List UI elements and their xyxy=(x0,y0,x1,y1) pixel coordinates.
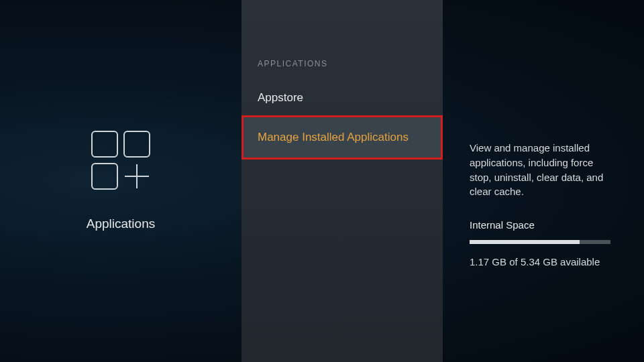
storage-available-text: 1.17 GB of 5.34 GB available xyxy=(470,256,617,267)
left-panel: Applications xyxy=(0,0,241,362)
app-square-icon xyxy=(91,131,118,158)
right-panel: View and manage installed applications, … xyxy=(443,0,644,362)
applications-icon xyxy=(91,131,150,190)
middle-panel: APPLICATIONS Appstore Manage Installed A… xyxy=(241,0,443,362)
menu-item-appstore[interactable]: Appstore xyxy=(241,80,443,115)
storage-progress-bar xyxy=(470,240,610,244)
menu-item-manage-installed-applications[interactable]: Manage Installed Applications xyxy=(241,115,443,160)
app-square-icon xyxy=(91,163,118,190)
item-description: View and manage installed applications, … xyxy=(470,141,617,199)
plus-icon xyxy=(123,163,150,190)
storage-progress-fill xyxy=(470,240,580,244)
app-square-icon xyxy=(123,131,150,158)
page-title: Applications xyxy=(87,217,155,231)
storage-label: Internal Space xyxy=(470,219,617,231)
section-header: APPLICATIONS xyxy=(241,59,443,80)
